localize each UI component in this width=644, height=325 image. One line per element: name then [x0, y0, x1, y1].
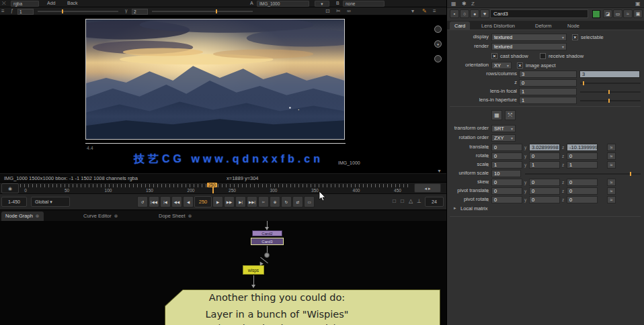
current-frame-display[interactable]: 250 [194, 196, 212, 207]
transport-button-fwd-6[interactable]: ↻ [281, 196, 292, 207]
tab-curve-editor[interactable]: Curve Editor⊗ [79, 212, 122, 222]
timeline-left-box[interactable]: ◉ [1, 183, 19, 193]
properties-zoom-icon[interactable]: Z [471, 1, 475, 7]
gamma-value-field[interactable]: 2 [132, 9, 148, 15]
scale-z-field[interactable]: 1 [567, 161, 598, 169]
pivot-rotate-y-field[interactable]: 0 [529, 196, 560, 203]
frame-range-fit-button[interactable]: ◂ ▸ [414, 183, 441, 193]
node-dot[interactable] [264, 252, 270, 258]
transform-jack-icon[interactable]: ▦ [491, 110, 502, 120]
tab-card[interactable]: Card [450, 21, 470, 30]
node-graph-canvas[interactable]: Card2 Card3 wisps Another thing you coul… [0, 221, 446, 325]
viewer-canvas[interactable]: 4.4 IMG_1000 技艺CG www.qdnxxfb.cn ● ▼ [0, 15, 446, 173]
node-revert-icon[interactable]: ≈ [623, 9, 633, 18]
stereo-left-icon[interactable]: □ [393, 198, 396, 204]
translate-z-field[interactable]: -10.1399999 [567, 144, 598, 151]
timeline-ruler[interactable]: ◉ 050100150200250300350400450 250 ◂ ▸ [0, 182, 446, 193]
translate-y-field[interactable]: 3.02899998 [529, 144, 560, 151]
frame-range-field[interactable]: 1-450 [1, 197, 27, 207]
skew-animation-curve-icon[interactable]: ≈ [607, 179, 616, 186]
viewer-lock-icon[interactable]: ⤬ [2, 1, 6, 6]
orientation-dropdown[interactable]: XY▾ [491, 62, 512, 69]
tab-dope-sheet[interactable]: Dope Sheet⊗ [155, 212, 196, 222]
transport-button-fwd-0[interactable]: ▶ [212, 196, 223, 207]
transport-button-back-1[interactable]: |◀◀ [149, 196, 159, 207]
tab-lens-distortion[interactable]: Lens Distortion [477, 21, 520, 30]
transport-button-fwd-8[interactable]: ▭ [304, 196, 315, 207]
pivot-rotate-z-field[interactable]: 0 [567, 196, 598, 203]
gamma-slider[interactable] [152, 11, 253, 12]
node-card3-selected[interactable]: Card3 [251, 238, 284, 245]
pivot-translate-x-field[interactable]: 0 [491, 187, 522, 195]
node-disable-button[interactable]: ● [470, 9, 479, 18]
wipe-icon[interactable]: ✂ [336, 8, 341, 14]
render-dropdown[interactable]: textured▾ [491, 43, 567, 50]
gain-value-field[interactable]: 1 [17, 9, 34, 15]
rotation-order-dropdown[interactable]: ZXY▾ [491, 134, 516, 142]
viewer-gain-wheel-icon[interactable] [434, 26, 442, 33]
transform-order-dropdown[interactable]: SRT▾ [491, 125, 516, 132]
rows-field[interactable]: 3 [519, 71, 577, 78]
receive-shadow-checkbox[interactable] [540, 53, 546, 59]
transport-button-fwd-2[interactable]: ▶| [235, 196, 246, 207]
node-lifetime-icon[interactable]: ▭ [613, 9, 622, 18]
cast-shadow-checkbox[interactable]: ✕ [491, 53, 497, 59]
node-minimize-button[interactable]: ▪ [450, 9, 459, 18]
tab-close-icon[interactable]: ⊗ [114, 214, 118, 218]
rotate-x-field[interactable]: 0 [491, 152, 522, 160]
node-center-button[interactable]: ♥ [480, 9, 489, 18]
transport-button-fwd-5[interactable]: ⊕ [270, 196, 280, 207]
uniform-scale-field[interactable]: 10 [491, 170, 521, 177]
scale-x-field[interactable]: 1 [491, 161, 522, 169]
transport-button-back-2[interactable]: |◀ [160, 196, 171, 207]
lens-in-haperture-slider[interactable] [580, 100, 641, 101]
node-color-swatch[interactable] [592, 10, 600, 18]
tab-close-icon[interactable]: ⊗ [36, 214, 40, 218]
viewer-color-wheel-icon[interactable] [434, 55, 442, 62]
pencil-icon[interactable]: ✎ [422, 8, 427, 14]
b-input-dropdown[interactable]: none [343, 1, 385, 7]
node-bypass-button[interactable]: ○ [460, 9, 469, 18]
z-slider[interactable] [580, 83, 641, 84]
layer-dropdown[interactable]: rgba [11, 1, 39, 7]
tab-node[interactable]: Node [563, 21, 584, 30]
roi-icon[interactable]: ⊡ [325, 8, 330, 14]
pivot-translate-animation-curve-icon[interactable]: ≈ [607, 187, 616, 195]
transport-button-fwd-7[interactable]: ⇄ [292, 196, 303, 207]
lens-in-focal-slider[interactable] [580, 91, 641, 93]
transport-button-fwd-1[interactable]: ▶▶ [224, 196, 235, 207]
transport-button-back-0[interactable]: ↺ [137, 196, 148, 207]
transport-button-back-3[interactable]: ◀◀ [171, 196, 182, 207]
scale-y-field[interactable]: 1 [529, 161, 560, 169]
columns-field[interactable]: 3 [579, 71, 640, 78]
pivot-translate-z-field[interactable]: 0 [567, 187, 598, 195]
rotate-z-field[interactable]: 0 [567, 152, 598, 160]
stereo-right-icon[interactable]: □ [401, 198, 404, 204]
menu-item-add[interactable]: Add [47, 1, 55, 5]
bottom-align-icon[interactable]: ⊥ [417, 198, 421, 204]
rotate-animation-curve-icon[interactable]: ≈ [607, 152, 616, 160]
properties-star-icon[interactable]: ✱ [462, 1, 467, 7]
lens-in-haperture-field[interactable]: 1 [519, 97, 577, 104]
pivot-rotate-animation-curve-icon[interactable]: ≈ [607, 196, 616, 203]
selectable-checkbox[interactable]: ✕ [572, 34, 578, 40]
pivot-translate-y-field[interactable]: 0 [529, 187, 560, 195]
node-wisps[interactable]: wisps [243, 265, 264, 275]
chevron-down-icon[interactable]: ▾ [411, 8, 414, 14]
tab-node-graph[interactable]: Node Graph⊗ [1, 212, 44, 222]
viewer-gamma-wheel-icon[interactable]: ● [434, 40, 442, 48]
pivot-rotate-x-field[interactable]: 0 [491, 196, 522, 203]
menu-icon[interactable]: ≡ [1, 8, 5, 14]
tab-close-icon[interactable]: ⊗ [188, 214, 192, 218]
playback-lock-icon[interactable]: △ [409, 198, 413, 204]
a-input-dropdown[interactable]: IMG_1000 [257, 1, 309, 7]
layout-icon[interactable]: ≡ [433, 8, 436, 14]
range-mode-dropdown[interactable]: Global ▾ [31, 197, 70, 207]
z-field[interactable]: 0 [519, 79, 577, 87]
transport-button-fwd-3[interactable]: ▶▶| [247, 196, 257, 207]
fps-field[interactable]: 24 [425, 197, 444, 207]
transport-button-back-4[interactable]: ◀ [183, 196, 194, 207]
uniform-scale-slider[interactable] [525, 173, 641, 175]
display-dropdown[interactable]: textured▾ [491, 34, 567, 41]
skew-x-field[interactable]: 0 [491, 179, 522, 186]
